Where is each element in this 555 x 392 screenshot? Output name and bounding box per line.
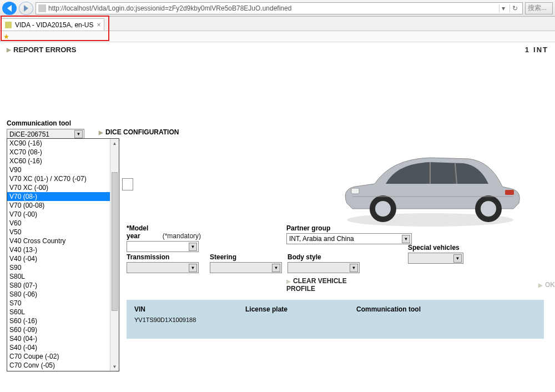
ok-button: ▶OK xyxy=(538,281,555,289)
model-option[interactable]: V90 xyxy=(7,165,119,174)
model-option[interactable]: S70 xyxy=(7,299,119,308)
vin-panel: VIN License plate Communication tool YV1… xyxy=(127,300,544,339)
back-button[interactable] xyxy=(2,2,17,15)
model-option[interactable]: V70 (-00) xyxy=(7,210,119,219)
browser-tab[interactable]: VIDA - VIDA2015A, en-US × xyxy=(1,18,104,31)
forward-button[interactable] xyxy=(19,2,33,15)
model-year-select[interactable]: ▼ xyxy=(127,241,199,252)
model-dropdown-list[interactable]: XC90 (-16)XC70 (08-)XC60 (-16)V90V70 XC … xyxy=(7,138,119,371)
chevron-down-icon: ▼ xyxy=(272,264,280,272)
chevron-down-icon: ▼ xyxy=(189,264,197,272)
model-option[interactable]: S60 (-09) xyxy=(7,325,119,334)
arrow-left-icon xyxy=(7,5,12,12)
partner-group-select[interactable]: INT, Arabia and China ▼ xyxy=(286,233,412,244)
scrollbar[interactable]: ▲ ▼ xyxy=(110,139,119,371)
scroll-up-icon[interactable]: ▲ xyxy=(110,139,119,148)
model-option[interactable]: V40 (-04) xyxy=(7,254,119,263)
favorites-bar: ★ xyxy=(0,31,555,42)
url-text: http://localhost/Vida/Login.do;jsessioni… xyxy=(48,4,291,12)
vehicle-image xyxy=(333,125,527,237)
model-option[interactable]: V70 (00-08) xyxy=(7,201,119,210)
favorites-star-icon[interactable]: ★ xyxy=(3,33,9,41)
comm-tool-value: DiCE-206751 xyxy=(9,130,49,138)
model-option[interactable]: V40 Cross Country xyxy=(7,237,119,245)
model-option[interactable]: V70 (08-) xyxy=(7,192,119,201)
vin-value: YV1TS90D1X1009188 xyxy=(127,316,544,323)
chevron-down-icon: ▼ xyxy=(189,243,197,251)
report-errors-label[interactable]: REPORT ERRORS xyxy=(13,46,76,54)
model-option[interactable]: S80 (-06) xyxy=(7,290,119,299)
model-option[interactable]: S40 (-04) xyxy=(7,343,119,352)
tab-close-icon[interactable]: × xyxy=(97,21,100,29)
svg-point-6 xyxy=(481,201,496,217)
body-style-label: Body style xyxy=(287,253,404,261)
model-option[interactable]: XC60 (-16) xyxy=(7,157,119,165)
model-option[interactable]: C70 (06-) xyxy=(7,370,119,371)
model-option[interactable]: XC70 (08-) xyxy=(7,148,119,157)
comm-tool-header: Communication tool xyxy=(356,305,467,313)
triangle-icon: ▶ xyxy=(538,282,543,288)
svg-point-4 xyxy=(375,201,391,217)
chevron-down-icon: ▼ xyxy=(453,254,462,263)
transmission-label: Transmission xyxy=(127,253,210,261)
search-placeholder: 搜索... xyxy=(528,3,547,13)
scroll-down-icon[interactable]: ▼ xyxy=(110,362,119,371)
vin-header: VIN xyxy=(134,305,245,313)
refresh-icon[interactable]: ↻ xyxy=(509,4,520,12)
chevron-down-icon: ▼ xyxy=(350,264,358,272)
small-input[interactable] xyxy=(122,178,133,190)
svg-rect-7 xyxy=(351,188,359,194)
model-option[interactable]: S60 (-16) xyxy=(7,316,119,325)
model-option[interactable]: V70 XC (-00) xyxy=(7,183,119,192)
url-dropdown-icon[interactable]: ▾ xyxy=(499,4,507,12)
steering-label: Steering xyxy=(210,253,287,261)
transmission-select[interactable]: ▼ xyxy=(127,262,199,273)
model-option[interactable]: V70 XC (01-) / XC70 (-07) xyxy=(7,174,119,183)
search-box[interactable]: 搜索... xyxy=(525,2,553,14)
browser-toolbar: http://localhost/Vida/Login.do;jsessioni… xyxy=(0,0,555,17)
arrow-right-icon xyxy=(24,5,28,12)
page-icon xyxy=(38,4,46,12)
special-vehicles-label: Special vehicles xyxy=(408,244,463,252)
special-vehicles-select[interactable]: ▼ xyxy=(408,253,463,264)
triangle-icon: ▶ xyxy=(7,47,11,53)
model-option[interactable]: S80 (07-) xyxy=(7,281,119,290)
model-option[interactable]: S90 xyxy=(7,263,119,272)
url-bar[interactable]: http://localhost/Vida/Login.do;jsessioni… xyxy=(36,2,523,14)
model-option[interactable]: V50 xyxy=(7,228,119,237)
int-label: 1INT xyxy=(525,46,548,54)
steering-select[interactable]: ▼ xyxy=(210,262,282,273)
model-year-label: *Model year(*mandatory) xyxy=(127,224,210,240)
model-option[interactable]: V60 xyxy=(7,219,119,228)
svg-rect-8 xyxy=(505,190,514,195)
model-option[interactable]: C70 Coupe (-02) xyxy=(7,352,119,361)
partner-group-label: Partner group xyxy=(286,224,412,232)
chevron-down-icon: ▼ xyxy=(74,130,83,138)
clear-vehicle-profile-link[interactable]: ▶CLEAR VEHICLE PROFILE xyxy=(286,277,372,293)
dice-configuration-link[interactable]: ▶ DICE CONFIGURATION xyxy=(99,128,179,136)
tab-bar: VIDA - VIDA2015A, en-US × xyxy=(0,17,555,31)
triangle-icon: ▶ xyxy=(286,278,291,284)
model-option[interactable]: S80L xyxy=(7,272,119,281)
model-option[interactable]: V40 (13-) xyxy=(7,245,119,254)
partner-group-value: INT, Arabia and China xyxy=(289,235,354,243)
triangle-icon: ▶ xyxy=(99,129,103,135)
scroll-thumb[interactable] xyxy=(112,172,118,311)
chevron-down-icon: ▼ xyxy=(402,235,410,243)
car-icon xyxy=(336,131,524,231)
tab-favicon xyxy=(5,22,12,28)
model-option[interactable]: S40 (04-) xyxy=(7,334,119,343)
model-option[interactable]: XC90 (-16) xyxy=(7,139,119,148)
tab-title: VIDA - VIDA2015A, en-US xyxy=(15,21,93,29)
license-plate-header: License plate xyxy=(245,305,356,313)
model-option[interactable]: S60L xyxy=(7,308,119,316)
body-style-select[interactable]: ▼ xyxy=(287,262,360,273)
model-option[interactable]: C70 Conv (-05) xyxy=(7,361,119,370)
